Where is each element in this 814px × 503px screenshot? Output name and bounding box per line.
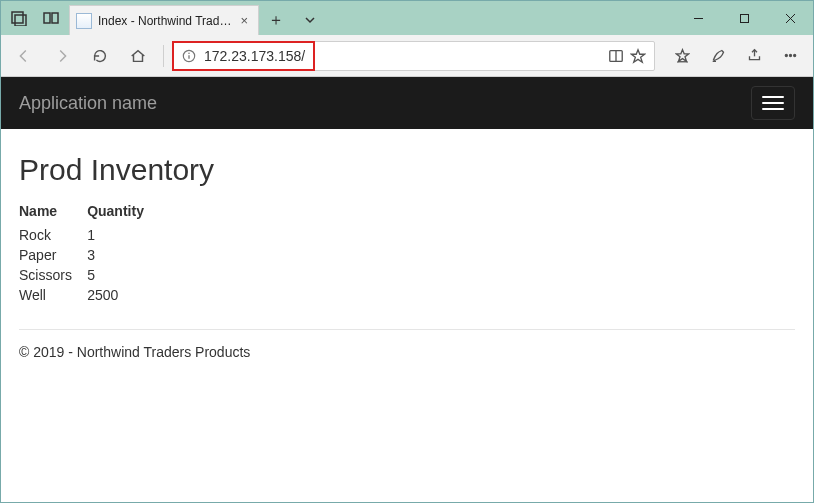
table-row: Scissors 5 xyxy=(19,265,174,285)
svg-marker-13 xyxy=(631,49,644,61)
navbar-brand[interactable]: Application name xyxy=(19,93,157,114)
cell-name: Scissors xyxy=(19,265,87,285)
svg-rect-2 xyxy=(44,13,50,23)
footer-separator xyxy=(19,329,795,330)
window-close-button[interactable] xyxy=(767,1,813,35)
svg-point-19 xyxy=(793,55,795,57)
favorite-star-icon[interactable] xyxy=(630,48,646,64)
page-title: Prod Inventory xyxy=(19,153,795,187)
table-row: Paper 3 xyxy=(19,245,174,265)
notes-icon[interactable] xyxy=(701,39,735,73)
reading-view-icon[interactable] xyxy=(608,48,624,64)
new-tab-button[interactable]: ＋ xyxy=(259,5,293,35)
tab-actions-icon[interactable] xyxy=(293,5,327,35)
forward-button[interactable] xyxy=(45,39,79,73)
page-content: Prod Inventory Name Quantity Rock 1 Pape… xyxy=(1,129,813,374)
home-button[interactable] xyxy=(121,39,155,73)
window-minimize-button[interactable] xyxy=(675,1,721,35)
site-info-icon[interactable] xyxy=(182,49,196,63)
close-tab-icon[interactable]: × xyxy=(240,13,248,28)
address-url: 172.23.173.158/ xyxy=(204,48,305,64)
window-titlebar: Index - Northwind Traders × ＋ xyxy=(1,1,813,35)
tab-preview-icon[interactable] xyxy=(37,4,65,32)
page-favicon-icon xyxy=(76,13,92,29)
svg-rect-5 xyxy=(740,14,748,22)
toolbar-divider xyxy=(163,45,164,67)
table-row: Rock 1 xyxy=(19,225,174,245)
cell-qty: 3 xyxy=(87,245,174,265)
svg-point-10 xyxy=(188,52,190,54)
cell-qty: 2500 xyxy=(87,285,174,305)
cell-name: Rock xyxy=(19,225,87,245)
refresh-button[interactable] xyxy=(83,39,117,73)
cell-qty: 1 xyxy=(87,225,174,245)
page-footer: © 2019 - Northwind Traders Products xyxy=(19,344,795,360)
favorites-list-icon[interactable] xyxy=(665,39,699,73)
svg-marker-14 xyxy=(676,50,689,62)
back-button[interactable] xyxy=(7,39,41,73)
tab-title: Index - Northwind Traders xyxy=(98,14,234,28)
svg-rect-1 xyxy=(15,15,26,26)
browser-tab[interactable]: Index - Northwind Traders × xyxy=(69,5,259,35)
app-navbar: Application name xyxy=(1,77,813,129)
svg-point-17 xyxy=(785,55,787,57)
col-quantity: Quantity xyxy=(87,201,174,225)
address-bar[interactable]: 172.23.173.158/ xyxy=(172,41,655,71)
share-icon[interactable] xyxy=(737,39,771,73)
inventory-table: Name Quantity Rock 1 Paper 3 Scissors 5 … xyxy=(19,201,174,305)
cell-qty: 5 xyxy=(87,265,174,285)
tabs-aside-icon[interactable] xyxy=(5,4,33,32)
col-name: Name xyxy=(19,201,87,225)
browser-toolbar: 172.23.173.158/ xyxy=(1,35,813,77)
svg-rect-3 xyxy=(52,13,58,23)
svg-rect-0 xyxy=(12,12,23,23)
svg-point-18 xyxy=(789,55,791,57)
cell-name: Well xyxy=(19,285,87,305)
more-menu-icon[interactable] xyxy=(773,39,807,73)
cell-name: Paper xyxy=(19,245,87,265)
window-maximize-button[interactable] xyxy=(721,1,767,35)
navbar-toggle-button[interactable] xyxy=(751,86,795,120)
table-row: Well 2500 xyxy=(19,285,174,305)
address-highlight: 172.23.173.158/ xyxy=(172,41,315,71)
